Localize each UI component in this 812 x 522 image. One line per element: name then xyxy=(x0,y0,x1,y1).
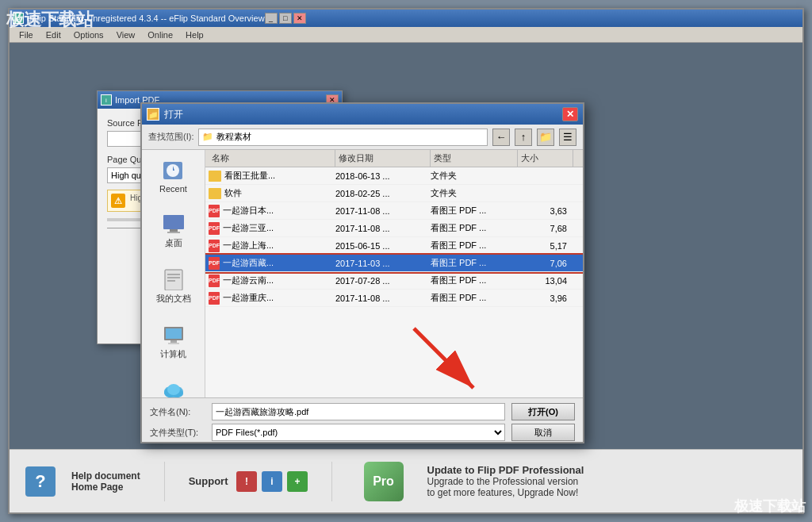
file-cell-date: 2018-02-25 ... xyxy=(335,189,431,198)
support-icon-2[interactable]: i xyxy=(262,471,282,492)
file-cell-size: 5,17 xyxy=(518,241,573,251)
pdf-icon: PDF xyxy=(209,222,220,235)
current-path-display: 📁 教程素材 xyxy=(198,129,488,146)
file-row[interactable]: PDF一起游西藏... 2017-11-03 ... 看图王 PDF ... 7… xyxy=(205,255,583,272)
filename-row: 文件名(N): 打开(O) xyxy=(150,403,575,420)
file-sidebar: Recent 桌面 我的文档 xyxy=(142,150,205,397)
file-row[interactable]: PDF一起游重庆... 2017-11-08 ... 看图王 PDF ... 3… xyxy=(205,290,583,307)
svg-text:i: i xyxy=(270,476,273,487)
filetype-select[interactable]: PDF Files(*.pdf) xyxy=(212,424,505,441)
col-header-date[interactable]: 修改日期 xyxy=(335,150,431,167)
new-folder-button[interactable]: 📁 xyxy=(537,129,554,146)
filename-input[interactable] xyxy=(212,403,505,420)
current-path-text: 教程素材 xyxy=(216,131,251,143)
support-icon-1[interactable]: ! xyxy=(236,471,257,492)
file-cell-size: 7,68 xyxy=(518,224,573,233)
svg-rect-3 xyxy=(163,215,184,229)
sidebar-computer[interactable]: 计算机 xyxy=(157,320,190,363)
file-dialog-titlebar: 📁 打开 ✕ xyxy=(142,104,583,125)
file-cell-name: PDF一起游日本... xyxy=(209,205,335,217)
warning-icon: ⚠ xyxy=(111,194,125,208)
app-bottom-bar: ? Help document Home Page Support ! i + … xyxy=(10,449,802,512)
menu-help[interactable]: Help xyxy=(179,29,210,41)
cancel-button[interactable]: 取消 xyxy=(511,424,575,441)
file-row[interactable]: PDF一起游三亚... 2017-11-08 ... 看图王 PDF ... 7… xyxy=(205,220,583,237)
app-icon: e xyxy=(13,13,24,24)
computer-icon xyxy=(161,324,186,346)
pdf-icon: PDF xyxy=(209,205,220,217)
file-cell-name: PDF一起游云南... xyxy=(209,274,335,287)
file-list-header: 名称 修改日期 类型 大小 xyxy=(205,150,583,167)
open-button[interactable]: 打开(O) xyxy=(511,403,575,420)
file-cell-name: 软件 xyxy=(209,187,335,199)
menu-options[interactable]: Options xyxy=(67,29,110,41)
file-cell-type: 看图王 PDF ... xyxy=(431,257,518,269)
file-row[interactable]: PDF一起游上海... 2015-06-15 ... 看图王 PDF ... 5… xyxy=(205,237,583,255)
maximize-button[interactable]: □ xyxy=(279,13,292,24)
filename-label: 文件名(N): xyxy=(150,406,205,418)
file-cell-size: 3,63 xyxy=(518,206,573,216)
file-cell-name: PDF一起游三亚... xyxy=(209,222,335,235)
up-button[interactable]: ↑ xyxy=(515,129,532,146)
menu-edit[interactable]: Edit xyxy=(40,29,67,41)
file-cell-type: 看图王 PDF ... xyxy=(431,222,518,234)
svg-text:!: ! xyxy=(245,476,248,487)
sidebar-documents[interactable]: 我的文档 xyxy=(153,265,194,308)
back-button[interactable]: ← xyxy=(492,129,510,146)
file-cell-name: PDF一起游重庆... xyxy=(209,292,335,305)
home-page-label[interactable]: Home Page xyxy=(71,482,140,493)
desktop-icon xyxy=(161,213,186,235)
file-list-area: 名称 修改日期 类型 大小 看图王批量... 2018-06-13 ... 文件… xyxy=(205,150,583,397)
file-row[interactable]: PDF一起游日本... 2017-11-08 ... 看图王 PDF ... 3… xyxy=(205,202,583,220)
col-header-size[interactable]: 大小 xyxy=(518,150,573,167)
recent-label: Recent xyxy=(159,184,187,194)
close-button[interactable]: ✕ xyxy=(293,13,306,24)
folder-icon xyxy=(209,188,221,199)
file-cell-date: 2017-11-08 ... xyxy=(335,224,431,233)
svg-text:+: + xyxy=(294,476,300,487)
filetype-row: 文件类型(T): PDF Files(*.pdf) 取消 xyxy=(150,424,575,441)
app-content: i Import PDF ✕ Source PDF Open Page Qual… xyxy=(10,43,802,449)
file-cell-date: 2015-06-15 ... xyxy=(335,241,431,251)
sidebar-recent[interactable]: Recent xyxy=(156,156,190,197)
minimize-button[interactable]: _ xyxy=(265,13,278,24)
file-dialog-close-button[interactable]: ✕ xyxy=(562,107,578,121)
sidebar-desktop[interactable]: 桌面 xyxy=(158,209,190,252)
look-in-label: 查找范围(I): xyxy=(148,131,193,143)
import-dialog-icon: i xyxy=(101,94,112,106)
menu-view[interactable]: View xyxy=(110,29,142,41)
file-dialog-bottom: 文件名(N): 打开(O) 文件类型(T): PDF Files(*.pdf) … xyxy=(142,397,583,442)
menu-online[interactable]: Online xyxy=(141,29,179,41)
svg-rect-5 xyxy=(167,232,180,233)
help-doc-label[interactable]: Help document xyxy=(71,470,140,482)
file-cell-date: 2017-11-08 ... xyxy=(335,206,431,216)
app-titlebar: e eFlip Standard-Unregistered 4.3.4 -- e… xyxy=(10,10,802,27)
view-button[interactable]: ☰ xyxy=(559,129,576,146)
svg-rect-8 xyxy=(167,277,180,278)
pdf-icon: PDF xyxy=(209,292,220,305)
file-row[interactable]: PDF一起游云南... 2017-07-28 ... 看图王 PDF ... 1… xyxy=(205,272,583,290)
file-open-dialog: 📁 打开 ✕ 查找范围(I): 📁 教程素材 ← ↑ 📁 ☰ xyxy=(140,102,584,443)
file-cell-type: 文件夹 xyxy=(431,187,518,199)
support-icon-3[interactable]: + xyxy=(287,471,308,492)
file-rows: 看图王批量... 2018-06-13 ... 文件夹 软件 2018-02-2… xyxy=(205,167,583,397)
file-cell-size: 7,06 xyxy=(518,259,573,268)
svg-rect-4 xyxy=(170,229,178,232)
app-window: e eFlip Standard-Unregistered 4.3.4 -- e… xyxy=(8,8,804,514)
file-cell-date: 2017-11-03 ... xyxy=(335,259,431,268)
file-cell-type: 看图王 PDF ... xyxy=(431,205,518,217)
col-header-type[interactable]: 类型 xyxy=(431,150,518,167)
app-title: eFlip Standard-Unregistered 4.3.4 -- eFl… xyxy=(27,13,265,23)
svg-rect-9 xyxy=(167,280,175,282)
file-cell-date: 2018-06-13 ... xyxy=(335,171,431,181)
pdf-icon: PDF xyxy=(209,274,220,287)
file-cell-type: 文件夹 xyxy=(431,170,518,182)
menu-file[interactable]: File xyxy=(13,29,40,41)
support-label: Support xyxy=(189,475,228,487)
file-row[interactable]: 软件 2018-02-25 ... 文件夹 xyxy=(205,185,583,202)
svg-rect-11 xyxy=(166,328,182,339)
col-header-name[interactable]: 名称 xyxy=(209,150,335,167)
file-row[interactable]: 看图王批量... 2018-06-13 ... 文件夹 xyxy=(205,167,583,185)
recent-icon xyxy=(160,159,186,182)
upgrade-title: Update to Flip PDF Professional xyxy=(427,464,584,476)
